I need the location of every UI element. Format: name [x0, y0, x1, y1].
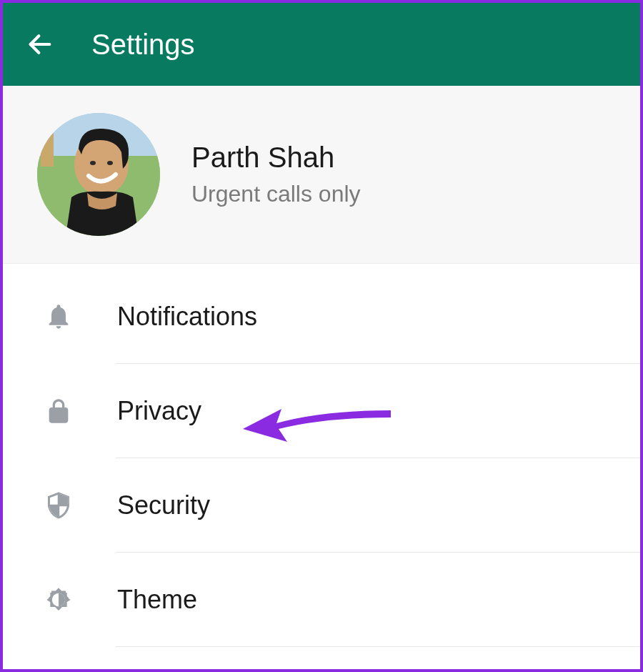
back-button[interactable]: [23, 27, 57, 61]
menu-item-theme[interactable]: Theme: [3, 553, 640, 647]
menu-item-security[interactable]: Security: [3, 458, 640, 553]
brightness-icon: [43, 584, 74, 616]
menu-item-privacy[interactable]: Privacy: [3, 364, 640, 458]
profile-name: Parth Shah: [191, 142, 361, 174]
menu-item-label: Security: [117, 490, 600, 520]
profile-section[interactable]: Parth Shah Urgent calls only: [3, 86, 640, 264]
svg-point-6: [107, 161, 113, 165]
menu-item-label: Notifications: [117, 302, 600, 332]
page-title: Settings: [91, 29, 195, 61]
profile-status: Urgent calls only: [191, 181, 361, 207]
lock-icon: [43, 395, 74, 427]
menu-item-label: Privacy: [117, 396, 600, 426]
menu-item-label: Theme: [117, 585, 600, 615]
avatar[interactable]: [37, 113, 160, 236]
svg-rect-3: [41, 131, 54, 167]
divider: [116, 646, 640, 647]
avatar-image: [37, 113, 160, 236]
profile-text: Parth Shah Urgent calls only: [191, 142, 361, 207]
svg-point-5: [90, 161, 96, 165]
shield-icon: [43, 490, 74, 521]
settings-header: Settings: [3, 3, 640, 86]
settings-menu: Notifications Privacy Security: [3, 264, 640, 647]
bell-icon: [43, 301, 74, 332]
arrow-left-icon: [26, 30, 54, 59]
menu-item-notifications[interactable]: Notifications: [3, 270, 640, 364]
